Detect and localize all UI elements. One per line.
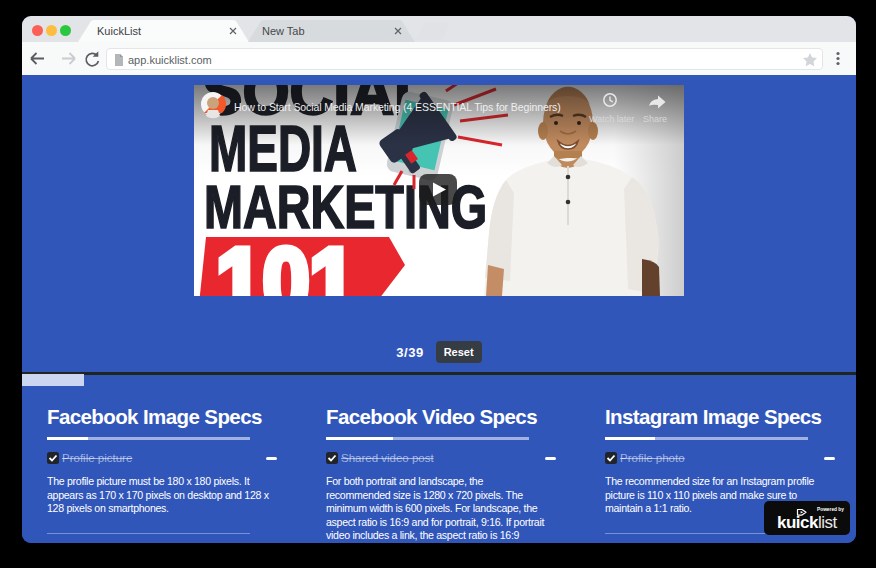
svg-text:KuickList: KuickList: [97, 25, 141, 37]
svg-text:Share: Share: [643, 114, 667, 124]
svg-text:101: 101: [216, 230, 356, 296]
svg-text:kuick: kuick: [777, 513, 819, 532]
svg-text:list: list: [818, 513, 838, 532]
svg-text:Watch later: Watch later: [589, 114, 634, 124]
svg-text:New Tab: New Tab: [262, 25, 305, 37]
svg-text:Powered by: Powered by: [817, 507, 844, 512]
